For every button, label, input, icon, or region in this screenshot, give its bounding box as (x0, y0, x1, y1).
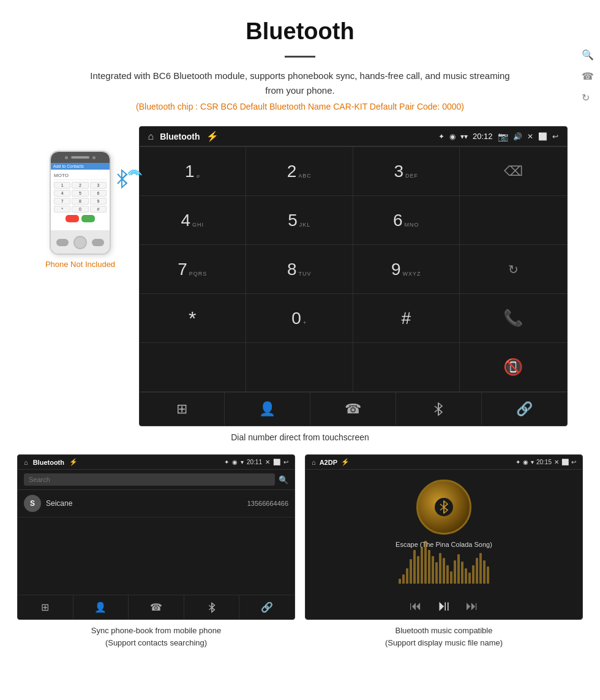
phone-container: Add to Contacts MOTO 123 456 789 *0# (33, 126, 128, 269)
pb-nav-link[interactable]: 🔗 (239, 595, 294, 619)
pb-home-icon[interactable]: ⌂ (24, 459, 28, 466)
music-status-title: A2DP (320, 459, 337, 466)
dial-bottom-nav: ⊞ 👤 ☎ 🔗 (140, 392, 567, 426)
pb-full-icon[interactable]: ⬜ (273, 459, 280, 465)
phonebook-screen: ⌂ Bluetooth ⚡ ✦ ◉ ▾ 20:11 ✕ ⬜ ↩ (17, 454, 295, 620)
key-5[interactable]: 5JKL (246, 196, 353, 245)
pb-wifi-icon: ▾ (241, 459, 244, 465)
phone-not-included: Phone Not Included (45, 260, 115, 269)
pb-bt-icon: ✦ (224, 459, 229, 465)
camera-icon: 📷 (498, 132, 508, 141)
dial-status-bar: ⌂ Bluetooth ⚡ ✦ ◉ ▾▾ 20:12 📷 🔊 ✕ ⬜ ↩ (140, 127, 567, 146)
music-time: 20:15 (536, 459, 552, 465)
pb-contacts-list: S Seicane 13566664466 🔍 ☎ ↻ (18, 490, 294, 595)
pb-contact-name: Seicane (46, 499, 72, 508)
pb-close-icon[interactable]: ✕ (265, 459, 270, 465)
key-6[interactable]: 6MNO (353, 196, 460, 245)
pb-avatar: S (24, 495, 41, 512)
nav-bluetooth[interactable] (396, 393, 482, 426)
pb-status-bar: ⌂ Bluetooth ⚡ ✦ ◉ ▾ 20:11 ✕ ⬜ ↩ (18, 455, 294, 470)
pb-contact-phone: 13566664466 (247, 500, 288, 507)
key-0[interactable]: 0+ (246, 294, 353, 343)
key-9[interactable]: 9WXYZ (353, 245, 460, 294)
wifi-icon: ▾▾ (460, 132, 468, 141)
pb-nav-phone[interactable]: ☎ (129, 595, 184, 619)
nav-contacts[interactable]: 👤 (225, 393, 310, 426)
page-title: Bluetooth (0, 0, 600, 51)
key-hash[interactable]: # (353, 294, 460, 343)
music-panel: ⌂ A2DP ⚡ ✦ ◉ ▾ 20:15 ✕ ⬜ ↩ (305, 454, 583, 649)
location-icon: ◉ (449, 132, 456, 141)
pb-time: 20:11 (247, 459, 262, 465)
music-status-bar: ⌂ A2DP ⚡ ✦ ◉ ▾ 20:15 ✕ ⬜ ↩ (306, 455, 582, 470)
phonebook-caption: Sync phone-book from mobile phone (Suppo… (91, 625, 221, 649)
back-icon[interactable]: ↩ (552, 132, 558, 141)
eq-bars (347, 553, 541, 584)
key-7[interactable]: 7PQRS (140, 245, 247, 294)
key-3[interactable]: 3DEF (353, 147, 460, 196)
phone-mockup: Add to Contacts MOTO 123 456 789 *0# (50, 151, 111, 255)
play-pause-btn[interactable]: ⏯ (437, 597, 451, 614)
bottom-panels: ⌂ Bluetooth ⚡ ✦ ◉ ▾ 20:11 ✕ ⬜ ↩ (0, 454, 600, 649)
music-full-icon[interactable]: ⬜ (561, 459, 569, 465)
nav-phone[interactable]: ☎ (310, 393, 396, 426)
music-home-icon[interactable]: ⌂ (312, 459, 316, 466)
next-btn[interactable]: ⏭ (466, 599, 478, 613)
key-2[interactable]: 2ABC (246, 147, 353, 196)
pb-search-row: 🔍 (18, 470, 294, 490)
key-call-red[interactable]: 📵 (460, 343, 567, 392)
key-4[interactable]: 4GHI (140, 196, 247, 245)
nav-grid[interactable]: ⊞ (140, 393, 225, 426)
music-caption: Bluetooth music compatible (Support disp… (385, 625, 503, 649)
keypad-grid: 1⌀ 2ABC 3DEF ⌫ 4GHI 5JKL 6MNO (140, 146, 567, 343)
dial-caption: Dial number direct from touchscreen (0, 432, 600, 442)
pb-bottom-nav: ⊞ 👤 ☎ 🔗 (18, 595, 294, 619)
music-main: Escape (The Pina Colada Song) ⏮ ⏯ ⏭ (306, 470, 582, 619)
music-screen: ⌂ A2DP ⚡ ✦ ◉ ▾ 20:15 ✕ ⬜ ↩ (305, 454, 583, 620)
pb-search-input[interactable] (24, 473, 275, 486)
music-loc-icon: ◉ (523, 459, 528, 465)
fullscreen-icon[interactable]: ⬜ (538, 132, 547, 141)
music-usb-icon: ⚡ (341, 458, 350, 466)
prev-btn[interactable]: ⏮ (410, 599, 422, 613)
key-empty-row2-2 (246, 343, 353, 392)
pb-loc-icon: ◉ (232, 459, 238, 465)
bt-specs: (Bluetooth chip : CSR BC6 Default Blueto… (0, 102, 600, 111)
key-8[interactable]: 8TUV (246, 245, 353, 294)
bt-status-icon: ✦ (438, 132, 444, 141)
status-time: 20:12 (473, 132, 493, 141)
close-icon[interactable]: ✕ (527, 132, 533, 141)
home-icon[interactable]: ⌂ (148, 131, 154, 142)
music-wifi-icon: ▾ (531, 459, 534, 465)
volume-icon: 🔊 (513, 132, 522, 141)
pb-status-title: Bluetooth (33, 459, 64, 466)
pb-back-icon[interactable]: ↩ (283, 459, 288, 465)
pb-nav-contacts[interactable]: 👤 (73, 595, 129, 619)
pb-nav-grid[interactable]: ⊞ (18, 595, 73, 619)
music-bt-icon: ✦ (516, 459, 520, 465)
key-empty-row2-3 (353, 343, 460, 392)
phonebook-panel: ⌂ Bluetooth ⚡ ✦ ◉ ▾ 20:11 ✕ ⬜ ↩ (17, 454, 295, 649)
music-controls: ⏮ ⏯ ⏭ (410, 597, 478, 614)
key-call-green[interactable]: 📞 (460, 294, 567, 343)
key-empty-row2-1 (140, 343, 247, 392)
search-icon[interactable]: 🔍 (279, 475, 288, 484)
music-back-icon[interactable]: ↩ (571, 459, 576, 465)
key-refresh[interactable]: ↻ (460, 245, 567, 294)
dial-section: Add to Contacts MOTO 123 456 789 *0# (0, 126, 600, 426)
pb-contact-row[interactable]: S Seicane 13566664466 (18, 490, 294, 517)
usb-icon: ⚡ (206, 130, 219, 142)
pb-nav-bluetooth[interactable] (184, 595, 240, 619)
album-art (416, 480, 471, 535)
subtitle-text: Integrated with BC6 Bluetooth module, su… (86, 69, 514, 98)
key-star[interactable]: * (140, 294, 247, 343)
nav-link[interactable]: 🔗 (482, 393, 567, 426)
key-1[interactable]: 1⌀ (140, 147, 247, 196)
key-backspace[interactable]: ⌫ (460, 147, 567, 196)
pb-usb-icon: ⚡ (69, 458, 78, 466)
dial-screen: ⌂ Bluetooth ⚡ ✦ ◉ ▾▾ 20:12 📷 🔊 ✕ ⬜ ↩ 1⌀ (139, 126, 568, 426)
key-empty-2 (460, 196, 567, 245)
music-close-icon[interactable]: ✕ (554, 459, 559, 465)
title-divider (285, 56, 315, 58)
song-title: Escape (The Pina Colada Song) (396, 541, 492, 548)
